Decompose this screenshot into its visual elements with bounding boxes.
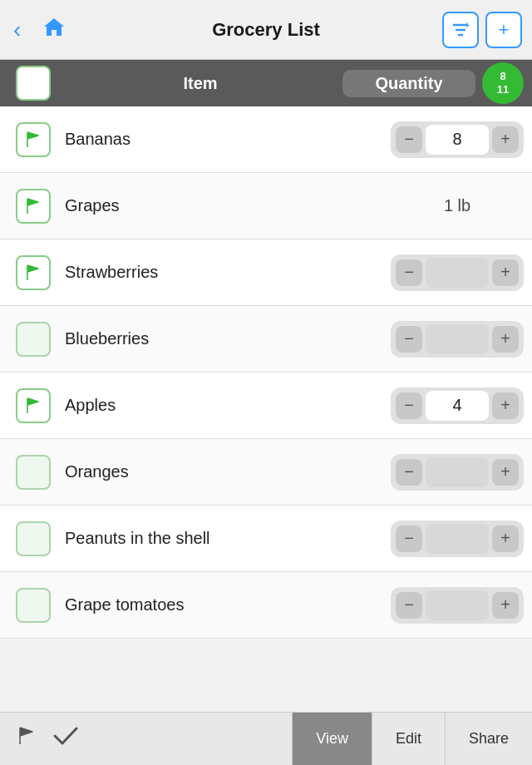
decrement-button[interactable]: − bbox=[396, 459, 422, 486]
quantity-value bbox=[426, 590, 489, 620]
quantity-value bbox=[426, 324, 489, 354]
item-name: Peanuts in the shell bbox=[58, 529, 391, 548]
list-item: Blueberries−+ bbox=[0, 306, 532, 373]
quantity-text: 1 lb bbox=[391, 196, 524, 215]
item-flag-cell[interactable] bbox=[8, 189, 58, 224]
quantity-stepper: −+ bbox=[391, 321, 524, 358]
header: ‹ Grocery List + + bbox=[0, 0, 532, 60]
item-flag-cell[interactable] bbox=[8, 588, 58, 623]
page-title: Grocery List bbox=[212, 19, 320, 41]
quantity-stepper: −8+ bbox=[391, 121, 524, 158]
quantity-column-label: Quantity bbox=[342, 70, 475, 97]
count-badge: 8 11 bbox=[482, 62, 524, 104]
add-button[interactable]: + bbox=[485, 12, 522, 48]
tab-view[interactable]: View bbox=[292, 713, 372, 765]
tab-share[interactable]: Share bbox=[445, 713, 532, 765]
item-column-label: Item bbox=[58, 74, 342, 93]
item-name: Apples bbox=[58, 396, 391, 415]
item-flag-cell[interactable] bbox=[8, 322, 58, 357]
item-name: Blueberries bbox=[58, 329, 391, 348]
item-name: Oranges bbox=[58, 462, 391, 481]
flag-icon[interactable] bbox=[16, 322, 51, 357]
list-item: Oranges−+ bbox=[0, 439, 532, 506]
bottom-left-actions bbox=[0, 724, 292, 753]
flag-icon[interactable] bbox=[16, 455, 51, 490]
column-headers: Item Quantity 8 11 bbox=[0, 60, 532, 106]
list-item: Apples−4+ bbox=[0, 373, 532, 439]
quantity-stepper: −4+ bbox=[391, 387, 524, 424]
grocery-list: Bananas−8+Grapes1 lbStrawberries−+Bluebe… bbox=[0, 106, 532, 712]
increment-button[interactable]: + bbox=[492, 259, 519, 286]
quantity-value: 8 bbox=[426, 125, 489, 155]
flag-icon[interactable] bbox=[16, 521, 51, 556]
decrement-button[interactable]: − bbox=[396, 326, 422, 353]
decrement-button[interactable]: − bbox=[396, 392, 422, 419]
quantity-stepper: −+ bbox=[391, 454, 524, 491]
item-flag-cell[interactable] bbox=[8, 388, 58, 423]
list-item: Strawberries−+ bbox=[0, 239, 532, 306]
item-flag-cell[interactable] bbox=[8, 455, 58, 490]
item-name: Bananas bbox=[58, 130, 391, 149]
item-flag-cell[interactable] bbox=[8, 521, 58, 556]
decrement-button[interactable]: − bbox=[396, 592, 422, 619]
header-flag-icon bbox=[16, 66, 51, 101]
quantity-value: 4 bbox=[426, 391, 489, 421]
increment-button[interactable]: + bbox=[492, 392, 519, 419]
flag-icon[interactable] bbox=[16, 588, 51, 623]
increment-button[interactable]: + bbox=[492, 126, 519, 153]
decrement-button[interactable]: − bbox=[396, 259, 422, 286]
quantity-value bbox=[426, 524, 489, 554]
quantity-stepper: −+ bbox=[391, 254, 524, 291]
check-button[interactable] bbox=[53, 725, 78, 753]
increment-button[interactable]: + bbox=[492, 459, 519, 486]
bottom-toolbar: ViewEditShare bbox=[0, 712, 532, 765]
quantity-stepper: −+ bbox=[391, 521, 524, 557]
increment-button[interactable]: + bbox=[492, 526, 519, 552]
back-button[interactable]: ‹ bbox=[10, 13, 24, 47]
item-name: Grape tomatoes bbox=[58, 595, 391, 614]
flag-icon[interactable] bbox=[16, 189, 51, 224]
tab-edit[interactable]: Edit bbox=[372, 713, 445, 765]
view-tabs: ViewEditShare bbox=[292, 713, 532, 765]
header-left: ‹ bbox=[10, 12, 69, 47]
flag-icon[interactable] bbox=[16, 388, 51, 423]
flag-col-header bbox=[8, 66, 58, 101]
filter-button[interactable]: + bbox=[442, 12, 479, 48]
decrement-button[interactable]: − bbox=[396, 526, 422, 552]
list-item: Peanuts in the shell−+ bbox=[0, 506, 532, 572]
item-name: Grapes bbox=[58, 196, 391, 215]
decrement-button[interactable]: − bbox=[396, 126, 422, 153]
increment-button[interactable]: + bbox=[492, 326, 519, 353]
list-item: Grapes1 lb bbox=[0, 173, 532, 239]
item-name: Strawberries bbox=[58, 263, 391, 282]
item-flag-cell[interactable] bbox=[8, 255, 58, 290]
item-flag-cell[interactable] bbox=[8, 122, 58, 157]
flag-icon[interactable] bbox=[16, 122, 51, 157]
list-item: Bananas−8+ bbox=[0, 106, 532, 173]
home-button[interactable] bbox=[39, 12, 69, 47]
list-item: Grape tomatoes−+ bbox=[0, 572, 532, 639]
increment-button[interactable]: + bbox=[492, 592, 519, 619]
flag-toggle-button[interactable] bbox=[15, 724, 38, 753]
quantity-value bbox=[426, 258, 489, 288]
flag-icon[interactable] bbox=[16, 255, 51, 290]
quantity-stepper: −+ bbox=[391, 587, 524, 624]
quantity-value bbox=[426, 457, 489, 487]
svg-text:+: + bbox=[465, 22, 470, 30]
header-actions: + + bbox=[442, 12, 522, 48]
